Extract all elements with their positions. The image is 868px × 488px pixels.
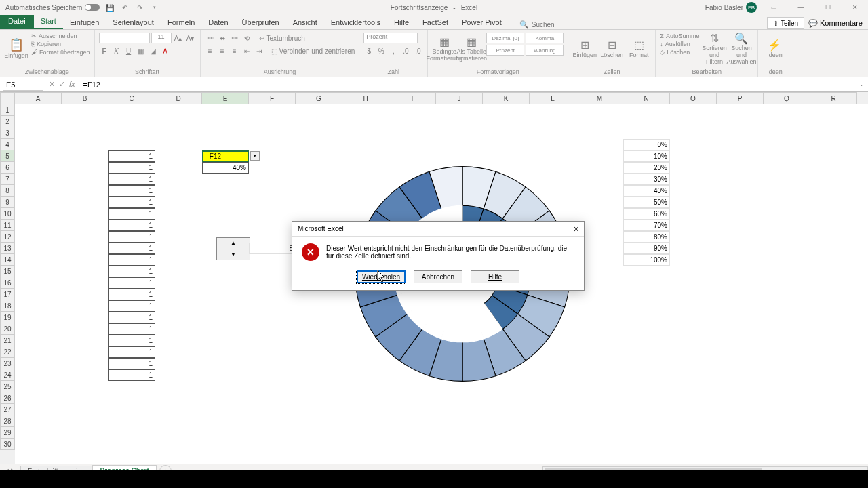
inc-decimal-icon[interactable]: .0 <box>400 45 411 56</box>
tab-view[interactable]: Ansicht <box>286 16 324 29</box>
cell[interactable]: =F12 <box>202 150 249 162</box>
cut-button[interactable]: ✂Ausschneiden <box>31 33 90 39</box>
col-head-e[interactable]: E <box>202 92 249 104</box>
cell[interactable]: 90% <box>623 243 670 254</box>
row-head[interactable]: 2 <box>0 116 15 127</box>
tab-developer[interactable]: Entwicklertools <box>324 16 387 29</box>
row-head[interactable]: 23 <box>0 358 15 369</box>
col-head-d[interactable]: D <box>155 92 202 104</box>
fx-icon[interactable]: fx <box>69 80 75 89</box>
spinner-down-button[interactable]: ▼ <box>217 249 250 260</box>
merge-center-button[interactable]: ⬚Verbinden und zentrieren <box>271 45 355 56</box>
col-head-g[interactable]: G <box>296 92 342 104</box>
cell[interactable]: 50% <box>623 197 670 208</box>
align-left-icon[interactable]: ≡ <box>205 45 216 56</box>
fill-color-icon[interactable]: ◢ <box>148 45 159 56</box>
cell-style-currency[interactable]: Währung <box>526 45 564 56</box>
cell[interactable]: 1 <box>108 208 155 220</box>
row-head[interactable]: 26 <box>0 392 15 404</box>
tab-data[interactable]: Daten <box>201 16 235 29</box>
row-head[interactable]: 11 <box>0 220 15 231</box>
col-head-k[interactable]: K <box>483 92 530 104</box>
share-button[interactable]: ⇪ Teilen <box>767 17 804 29</box>
help-button[interactable]: Hilfe <box>471 270 519 283</box>
ideas-button[interactable]: ⚡Ideen <box>762 33 787 64</box>
orientation-icon[interactable]: ⟲ <box>241 33 252 43</box>
cell[interactable]: 1 <box>108 358 155 369</box>
cell[interactable]: 1 <box>108 162 155 174</box>
italic-icon[interactable]: K <box>111 45 122 56</box>
col-head-c[interactable]: C <box>108 92 155 104</box>
row-head[interactable]: 27 <box>0 404 15 415</box>
find-select-button[interactable]: 🔍Suchen und Auswählen <box>729 33 753 64</box>
col-head-n[interactable]: N <box>623 92 670 104</box>
align-right-icon[interactable]: ≡ <box>229 45 240 56</box>
cond-format-button[interactable]: ▦Bedingte Formatierung <box>432 33 456 64</box>
clear-button[interactable]: ◇Löschen <box>660 49 699 56</box>
row-head[interactable]: 4 <box>0 139 15 150</box>
cell[interactable]: 1 <box>108 289 155 300</box>
cell[interactable]: 1 <box>108 266 155 277</box>
insert-cells-button[interactable]: ⊞Einfügen <box>572 33 597 64</box>
spinner-up-button[interactable]: ▲ <box>217 238 250 249</box>
wrap-text-button[interactable]: ↩Textumbruch <box>259 33 305 43</box>
cell[interactable]: 1 <box>108 254 155 266</box>
dec-decimal-icon[interactable]: .0 <box>412 45 423 56</box>
tab-pagelayout[interactable]: Seitenlayout <box>106 16 161 29</box>
currency-icon[interactable]: $ <box>363 45 374 56</box>
col-head-m[interactable]: M <box>576 92 623 104</box>
comments-button[interactable]: 💬 Kommentare <box>808 19 863 28</box>
font-size-select[interactable]: 11 <box>151 33 172 43</box>
form-spinner[interactable]: ▲ ▼ <box>216 237 250 260</box>
row-head[interactable]: 6 <box>0 162 15 174</box>
cell[interactable]: 1 <box>108 300 155 312</box>
row-head[interactable]: 16 <box>0 277 15 289</box>
cell[interactable]: 1 <box>108 185 155 197</box>
cell[interactable]: 10% <box>623 150 670 162</box>
cell[interactable]: 1 <box>108 323 155 335</box>
tab-formulas[interactable]: Formeln <box>161 16 201 29</box>
cancel-formula-icon[interactable]: ✕ <box>49 80 55 89</box>
align-middle-icon[interactable]: ⬌ <box>217 33 228 43</box>
format-cells-button[interactable]: ⬚Format <box>627 33 651 64</box>
delete-cells-button[interactable]: ⊟Löschen <box>599 33 624 64</box>
align-center-icon[interactable]: ≡ <box>217 45 228 56</box>
row-head[interactable]: 10 <box>0 208 15 220</box>
comma-icon[interactable]: , <box>388 45 399 56</box>
row-head[interactable]: 7 <box>0 174 15 185</box>
cell[interactable]: 80% <box>623 231 670 243</box>
name-box[interactable]: E5 <box>3 79 43 91</box>
paste-button[interactable]: 📋 Einfügen <box>4 33 28 64</box>
cancel-button[interactable]: Abbrechen <box>414 270 462 283</box>
formula-input[interactable]: =F12 <box>81 81 855 89</box>
cell[interactable]: 1 <box>108 346 155 358</box>
minimize-icon[interactable]: — <box>791 0 811 15</box>
row-head[interactable]: 22 <box>0 346 15 358</box>
tab-help[interactable]: Hilfe <box>387 16 416 29</box>
cell[interactable]: 1 <box>108 220 155 231</box>
data-validation-dropdown[interactable]: ▾ <box>250 151 260 161</box>
select-all-button[interactable] <box>0 92 15 104</box>
col-head-b[interactable]: B <box>62 92 108 104</box>
col-head-h[interactable]: H <box>342 92 389 104</box>
row-head[interactable]: 25 <box>0 381 15 392</box>
expand-formula-icon[interactable]: ⌄ <box>855 81 868 87</box>
tab-start[interactable]: Start <box>34 14 63 29</box>
align-bottom-icon[interactable]: ⬵ <box>229 33 240 43</box>
cell[interactable]: 70% <box>623 220 670 231</box>
row-head[interactable]: 20 <box>0 323 15 335</box>
cell[interactable]: 60% <box>623 208 670 220</box>
row-head[interactable]: 14 <box>0 254 15 266</box>
row-head[interactable]: 8 <box>0 185 15 197</box>
percent-icon[interactable]: % <box>376 45 387 56</box>
cell[interactable]: 40% <box>623 185 670 197</box>
bold-icon[interactable]: F <box>99 45 110 56</box>
row-head[interactable]: 24 <box>0 369 15 381</box>
tab-factset[interactable]: FactSet <box>416 16 455 29</box>
cell[interactable]: 1 <box>108 231 155 243</box>
col-head-f[interactable]: F <box>249 92 296 104</box>
cell[interactable]: 0% <box>623 139 670 150</box>
font-family-select[interactable] <box>99 33 150 43</box>
row-head[interactable]: 5 <box>0 150 15 162</box>
tab-file[interactable]: Datei <box>0 14 34 29</box>
